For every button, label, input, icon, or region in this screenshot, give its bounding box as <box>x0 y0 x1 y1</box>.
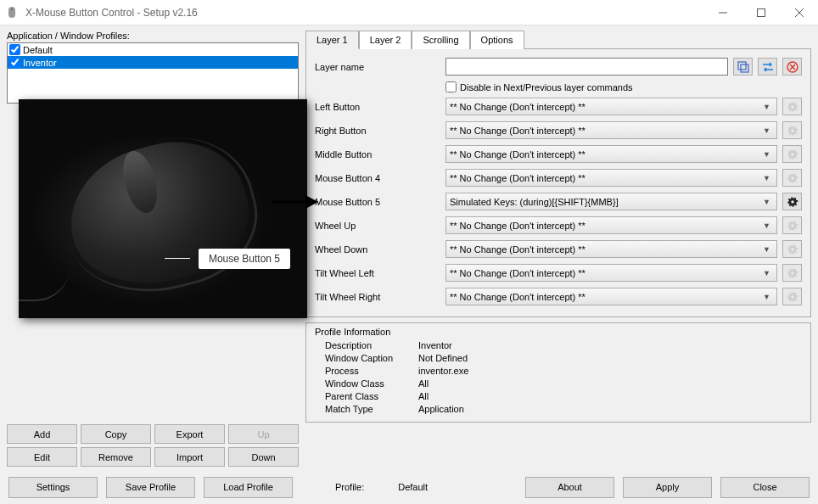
combo-value: ** No Change (Don't intercept) ** <box>450 244 585 255</box>
tab-layer-2[interactable]: Layer 2 <box>359 31 412 49</box>
tab-layer-1[interactable]: Layer 1 <box>305 31 359 49</box>
svg-point-19 <box>791 295 794 299</box>
import-button[interactable]: Import <box>154 447 225 467</box>
button-combo[interactable]: ** No Change (Don't intercept) **▼ <box>445 98 777 115</box>
export-button[interactable]: Export <box>154 424 225 444</box>
info-label: Window Caption <box>315 353 418 363</box>
edit-button[interactable]: Edit <box>7 447 77 467</box>
close-button[interactable] <box>780 0 818 25</box>
profile-row[interactable]: Inventor <box>8 56 298 69</box>
remove-button[interactable]: Remove <box>81 447 151 467</box>
gear-icon[interactable] <box>782 193 802 210</box>
layer-name-input[interactable] <box>445 58 728 76</box>
button-row: Right Button** No Change (Don't intercep… <box>315 121 802 139</box>
delete-layer-icon[interactable] <box>782 58 802 76</box>
left-button-grid: Add Copy Export Up Edit Remove Import Do… <box>7 424 299 470</box>
add-button[interactable]: Add <box>7 424 77 444</box>
tab-strip: Layer 1Layer 2ScrollingOptions <box>305 31 811 49</box>
profile-info-panel: Profile Information DescriptionInventorW… <box>305 322 811 423</box>
close-app-button[interactable]: Close <box>720 477 810 498</box>
up-button[interactable]: Up <box>228 424 299 444</box>
button-combo[interactable]: ** No Change (Don't intercept) **▼ <box>445 216 777 234</box>
tab-scrolling[interactable]: Scrolling <box>412 31 469 49</box>
gear-icon <box>782 264 802 282</box>
combo-value: ** No Change (Don't intercept) ** <box>450 292 585 302</box>
button-combo[interactable]: ** No Change (Don't intercept) **▼ <box>445 240 777 258</box>
info-row: Parent ClassAll <box>315 391 802 401</box>
info-label: Window Class <box>315 378 418 389</box>
layer-name-row: Layer name <box>315 58 802 76</box>
profile-name: Default <box>23 45 53 55</box>
info-label: Match Type <box>315 404 418 414</box>
load-profile-button[interactable]: Load Profile <box>204 477 293 498</box>
info-value: All <box>418 378 429 389</box>
profiles-label: Application / Window Profiles: <box>7 31 299 41</box>
chevron-down-icon: ▼ <box>760 150 773 159</box>
button-row: Left Button** No Change (Don't intercept… <box>315 98 802 115</box>
button-row: Tilt Wheel Left** No Change (Don't inter… <box>315 264 802 282</box>
button-combo[interactable]: ** No Change (Don't intercept) **▼ <box>445 288 777 305</box>
button-combo[interactable]: ** No Change (Don't intercept) **▼ <box>445 121 777 139</box>
button-row: Tilt Wheel Right** No Change (Don't inte… <box>315 288 802 305</box>
button-combo[interactable]: Simulated Keys: (during)[{SHIFT}{MMB}]▼ <box>445 193 777 210</box>
tab-body: Layer name Disable in Next/Previous laye… <box>305 49 811 317</box>
disable-checkbox-row: Disable in Next/Previous layer commands <box>445 81 802 92</box>
down-button[interactable]: Down <box>228 447 299 467</box>
button-label: Left Button <box>315 102 440 112</box>
apply-button[interactable]: Apply <box>623 477 712 498</box>
button-combo[interactable]: ** No Change (Don't intercept) **▼ <box>445 264 777 282</box>
button-row: Mouse Button 5Simulated Keys: (during)[{… <box>315 193 802 210</box>
button-label: Right Button <box>315 126 440 136</box>
minimize-button[interactable] <box>703 0 742 25</box>
profile-label: Profile: <box>335 482 364 492</box>
profile-list[interactable]: DefaultInventor <box>7 42 299 104</box>
svg-marker-21 <box>305 195 318 209</box>
info-value: inventor.exe <box>418 366 468 376</box>
layer-name-label: Layer name <box>315 62 440 72</box>
button-label: Mouse Button 4 <box>315 173 440 183</box>
button-combo[interactable]: ** No Change (Don't intercept) **▼ <box>445 169 777 187</box>
disable-label: Disable in Next/Previous layer commands <box>460 82 633 92</box>
info-value: Inventor <box>418 340 452 350</box>
info-row: Window ClassAll <box>315 378 802 389</box>
tab-options[interactable]: Options <box>470 31 524 49</box>
info-label: Process <box>315 366 418 376</box>
gear-icon <box>782 240 802 258</box>
gear-icon <box>782 288 802 305</box>
info-label: Parent Class <box>315 391 418 401</box>
button-label: Wheel Up <box>315 221 440 231</box>
button-combo[interactable]: ** No Change (Don't intercept) **▼ <box>445 145 777 163</box>
swap-layer-icon[interactable] <box>758 58 777 76</box>
svg-point-18 <box>791 272 794 275</box>
copy-layer-icon[interactable] <box>733 58 753 76</box>
combo-value: Simulated Keys: (during)[{SHIFT}{MMB}] <box>450 197 619 207</box>
copy-button[interactable]: Copy <box>81 424 151 444</box>
svg-rect-7 <box>741 64 748 72</box>
profile-row[interactable]: Default <box>8 43 298 56</box>
maximize-button[interactable] <box>742 0 780 25</box>
svg-point-15 <box>791 200 794 204</box>
gear-icon <box>782 121 802 139</box>
button-label: Tilt Wheel Right <box>315 292 440 302</box>
button-row: Mouse Button 4** No Change (Don't interc… <box>315 169 802 187</box>
app-icon <box>7 6 20 20</box>
svg-point-1 <box>11 8 13 10</box>
button-label: Wheel Down <box>315 244 440 255</box>
about-button[interactable]: About <box>525 477 614 498</box>
settings-button[interactable]: Settings <box>8 477 98 498</box>
profile-checkbox[interactable] <box>9 57 20 68</box>
button-row: Wheel Down** No Change (Don't intercept)… <box>315 240 802 258</box>
combo-value: ** No Change (Don't intercept) ** <box>450 149 585 160</box>
button-label: Middle Button <box>315 149 440 160</box>
disable-checkbox[interactable] <box>445 81 457 92</box>
svg-point-12 <box>791 129 794 132</box>
button-label: Mouse Button 5 <box>315 197 440 207</box>
combo-value: ** No Change (Don't intercept) ** <box>450 126 585 136</box>
chevron-down-icon: ▼ <box>760 126 773 135</box>
combo-value: ** No Change (Don't intercept) ** <box>450 173 585 183</box>
profile-checkbox[interactable] <box>9 44 20 55</box>
info-row: Processinventor.exe <box>315 366 802 376</box>
save-profile-button[interactable]: Save Profile <box>106 477 195 498</box>
chevron-down-icon: ▼ <box>760 221 773 230</box>
gear-icon <box>782 98 802 115</box>
